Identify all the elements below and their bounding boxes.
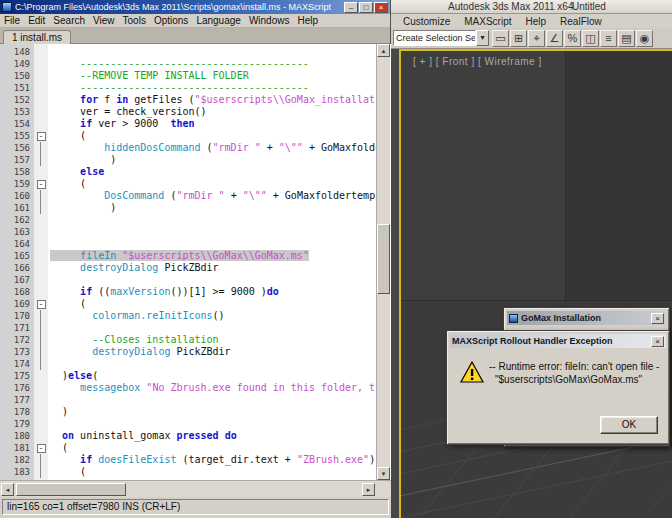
code-line[interactable]: 182 if doesFileExist (target_dir.text + …	[0, 454, 377, 466]
line-number: 151	[0, 82, 34, 94]
editor-titlebar[interactable]: C:\Program Files\Autodesk\3ds Max 2011\S…	[0, 0, 390, 14]
window-crossing-icon[interactable]: ⊞	[510, 30, 527, 47]
fold-collapse-icon[interactable]: -	[37, 132, 46, 141]
selection-set-combo[interactable]: Create Selection Se ▾	[393, 30, 489, 46]
line-number: 180	[0, 430, 34, 442]
fold-collapse-icon[interactable]: -	[37, 300, 46, 309]
code-line[interactable]: 183 (	[0, 466, 377, 478]
fold-margin	[34, 418, 48, 430]
menu-item-maxscript[interactable]: MAXScript	[457, 16, 518, 27]
align-icon[interactable]: ≡	[600, 30, 617, 47]
menu-item-tools[interactable]: Tools	[119, 15, 150, 26]
code-line[interactable]: 158 else	[0, 166, 377, 178]
menu-item-file[interactable]: File	[0, 15, 24, 26]
code-line[interactable]: 153 ver = check_version()	[0, 106, 377, 118]
code-line[interactable]: 181- (	[0, 442, 377, 454]
maxscript-editor-window: C:\Program Files\Autodesk\3ds Max 2011\S…	[0, 0, 391, 518]
code-line[interactable]: 173 destroyDialog PickZBdir	[0, 346, 377, 358]
code-line[interactable]: 165 fileIn "$userscripts\\GoMax\\GoMax.m…	[0, 250, 377, 262]
viewport-label[interactable]: [ + ] [ Front ] [ Wireframe ]	[413, 56, 542, 67]
viewport-area[interactable]: [ + ] [ Front ] [ Wireframe ]	[391, 49, 672, 518]
horizontal-scroll-thumb[interactable]	[16, 483, 126, 496]
fold-toggle[interactable]: -	[34, 442, 48, 454]
line-number: 161	[0, 202, 34, 214]
code-line[interactable]: 166 destroyDialog PickZBdir	[0, 262, 377, 274]
code-line[interactable]: 171	[0, 322, 377, 334]
code-line[interactable]: 180 on uninstall_gomax pressed do	[0, 430, 377, 442]
code-line[interactable]: 151 ------------------------------------…	[0, 82, 377, 94]
scroll-up-icon[interactable]: ▴	[377, 44, 390, 57]
code-editor[interactable]: 148149 ---------------------------------…	[0, 44, 391, 480]
scroll-down-icon[interactable]: ▾	[377, 467, 390, 480]
code-line[interactable]: 178 )	[0, 406, 377, 418]
vertical-scrollbar[interactable]: ▴ ▾	[376, 44, 390, 480]
code-line[interactable]: 161 )	[0, 202, 377, 214]
code-line[interactable]: 169- (	[0, 298, 377, 310]
menu-item-help[interactable]: Help	[518, 16, 553, 27]
snaps-toggle-icon[interactable]: ⌖	[528, 30, 545, 47]
code-line[interactable]: 157 )	[0, 154, 377, 166]
menu-item-search[interactable]: Search	[49, 15, 89, 26]
scroll-left-icon[interactable]: ◂	[1, 483, 14, 496]
menu-item-language[interactable]: Language	[192, 15, 245, 26]
code-line[interactable]: 174	[0, 358, 377, 370]
code-line[interactable]: 152 for f in getFiles ("$userscripts\\Go…	[0, 94, 377, 106]
maximize-button[interactable]: □	[359, 2, 373, 13]
code-line[interactable]: 168 if ((maxVersion())[1] >= 9000 )do	[0, 286, 377, 298]
fold-collapse-icon[interactable]: -	[37, 180, 46, 189]
close-button[interactable]: ×	[374, 2, 388, 13]
fold-toggle[interactable]: -	[34, 178, 48, 190]
line-number: 166	[0, 262, 34, 274]
code-line[interactable]: 163	[0, 226, 377, 238]
menu-item-help[interactable]: Help	[293, 15, 322, 26]
code-line[interactable]: 176 messagebox "No Zbrush.exe found in t…	[0, 382, 377, 394]
menu-item-options[interactable]: Options	[150, 15, 192, 26]
menu-item-windows[interactable]: Windows	[245, 15, 294, 26]
code-line[interactable]: 148	[0, 46, 377, 58]
fold-collapse-icon[interactable]: -	[37, 444, 46, 453]
select-region-icon[interactable]: ▭	[492, 30, 509, 47]
vertical-scroll-thumb[interactable]	[377, 224, 390, 294]
angle-snap-icon[interactable]: ∠	[546, 30, 563, 47]
minimize-button[interactable]: –	[344, 2, 358, 13]
scroll-right-icon[interactable]: ▸	[362, 483, 375, 496]
error-dialog-titlebar[interactable]: MAXScript Rollout Handler Exception ×	[450, 334, 666, 348]
code-line[interactable]: 167	[0, 274, 377, 286]
code-lines: 148149 ---------------------------------…	[0, 46, 377, 478]
code-line[interactable]: 150 --REMOVE TEMP INSTALL FOLDER	[0, 70, 377, 82]
gomax-dialog-titlebar[interactable]: GoMax Installation ×	[507, 311, 666, 325]
code-line[interactable]: 170 colorman.reInitIcons()	[0, 310, 377, 322]
code-line[interactable]: 155- (	[0, 130, 377, 142]
mirror-icon[interactable]: ◫	[582, 30, 599, 47]
code-line[interactable]: 179	[0, 418, 377, 430]
tab-install-ms[interactable]: 1 install.ms	[3, 30, 71, 44]
combo-dropdown-icon[interactable]: ▾	[476, 30, 489, 46]
line-number: 165	[0, 250, 34, 262]
line-number: 164	[0, 238, 34, 250]
menu-item-view[interactable]: View	[89, 15, 119, 26]
error-close-button[interactable]: ×	[651, 336, 664, 347]
fold-margin	[34, 214, 48, 226]
code-line[interactable]: 162	[0, 214, 377, 226]
fold-toggle[interactable]: -	[34, 130, 48, 142]
menu-item-customize[interactable]: Customize	[396, 16, 457, 27]
line-number: 153	[0, 106, 34, 118]
code-line[interactable]: 160 DosCommand ("rmDir " + "\"" + GoMaxf…	[0, 190, 377, 202]
code-line[interactable]: 149 ------------------------------------…	[0, 58, 377, 70]
horizontal-scrollbar[interactable]: ◂ ▸	[0, 480, 391, 497]
gomax-close-button[interactable]: ×	[651, 313, 664, 324]
code-line[interactable]: 172 --Closes installation	[0, 334, 377, 346]
menu-item-edit[interactable]: Edit	[24, 15, 49, 26]
code-line[interactable]: 177	[0, 394, 377, 406]
code-line[interactable]: 164	[0, 238, 377, 250]
material-editor-icon[interactable]: ◉	[636, 30, 653, 47]
fold-toggle[interactable]: -	[34, 298, 48, 310]
ok-button[interactable]: OK	[600, 416, 658, 434]
layer-manager-icon[interactable]: ▤	[618, 30, 635, 47]
menu-item-realflow[interactable]: RealFlow	[553, 16, 609, 27]
code-line[interactable]: 156 hiddenDosCommand ("rmDir " + "\"" + …	[0, 142, 377, 154]
code-line[interactable]: 175 )else(	[0, 370, 377, 382]
percent-snap-icon[interactable]: %	[564, 30, 581, 47]
code-line[interactable]: 159- (	[0, 178, 377, 190]
code-line[interactable]: 154 if ver > 9000 then	[0, 118, 377, 130]
